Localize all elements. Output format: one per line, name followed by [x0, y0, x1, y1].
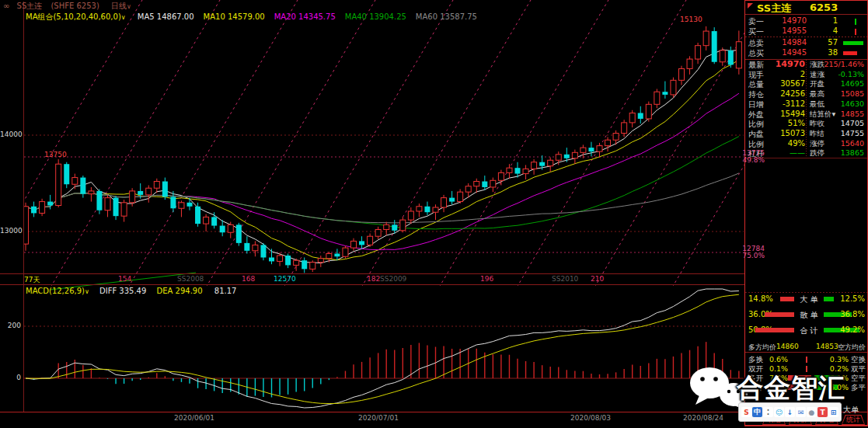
book-label: 卖一: [748, 16, 764, 27]
date-label: 2020/07/01: [358, 414, 399, 422]
tshirt-icon: T: [817, 407, 828, 417]
vol-left-bar: [780, 297, 794, 301]
macd-settings-dropdown[interactable]: MACD(12,26,9)∨: [26, 287, 92, 295]
avg-short-label: 空方均价: [838, 343, 866, 353]
chevron-down-icon: ∨: [121, 14, 126, 21]
big-order-label: 大单: [843, 405, 859, 416]
macd-diff: DIFF 335.49: [99, 287, 146, 295]
vol-right-pct: 12.5%: [838, 294, 865, 303]
share-toolbar: S中⁚☺↓✉●T⊞: [738, 402, 842, 422]
stat-left-value: -3112: [766, 99, 805, 108]
axis-tick-label: 200: [0, 322, 21, 329]
title-symbol: SS主连: [17, 2, 43, 10]
title-bar: ∞ SS主连 (SHFE 6253) 日线∨: [3, 1, 131, 12]
stat-left-value: 24256: [766, 89, 805, 98]
axis-tick-label: 0: [0, 374, 21, 381]
book-tick-icon: [855, 29, 856, 35]
trading-terminal: ∞ SS主连 (SHFE 6253) 日线∨ MA组合(5,10,20,40,6…: [0, 0, 868, 428]
divider-label: SS2008: [177, 275, 204, 283]
pos-right-value: 0.3%: [825, 355, 849, 364]
stat-right-value: 215/1.46%: [822, 60, 864, 68]
chart-canvas[interactable]: [0, 0, 868, 428]
price-mark: 15130: [680, 16, 702, 23]
total-qty: 38: [813, 48, 838, 57]
vol-left-bar: [755, 328, 794, 332]
divider-label: 12570: [274, 275, 296, 283]
book-label: 买一: [748, 26, 764, 37]
period-label: 日线: [111, 2, 127, 10]
stat-left-value: ——: [766, 148, 805, 157]
divider-label: SS2009: [380, 275, 406, 283]
fib-level-label: 1278475.0%: [726, 245, 765, 259]
stat-left-label: 比例: [748, 119, 764, 130]
divider-label: 182: [367, 275, 380, 283]
stat-left-value: 49%: [766, 139, 805, 148]
stat-right-value: 15085: [822, 89, 864, 98]
avg-long-label: 多方均价: [748, 343, 776, 353]
stat-left-label: 最新: [748, 60, 764, 71]
panel-marker-icon: [748, 3, 753, 9]
watermark-brand: 合金智汇: [737, 371, 845, 406]
avg-long-value: 14860: [776, 343, 799, 350]
stat-right-value: 14630: [822, 99, 864, 108]
ma-value-MA5: MA5 14867.00: [138, 12, 194, 21]
panel-symbol: SS主连: [757, 2, 791, 16]
period-dropdown[interactable]: 日线∨: [111, 2, 131, 10]
axis-tick-label: 13000: [0, 227, 21, 235]
download-icon: ↓: [785, 407, 795, 417]
date-label: 2020/08/24: [683, 414, 723, 422]
apps-icon: ⊞: [828, 407, 838, 417]
stat-left-label: 日增: [748, 99, 764, 110]
ma-settings-dropdown[interactable]: MA组合(5,10,20,40,60,0)∨: [26, 12, 128, 21]
stat-left-value: 15073: [766, 129, 805, 137]
qq-icon: ☺: [774, 407, 784, 417]
book-price: 14955: [769, 26, 807, 35]
chevron-down-icon: ∨: [127, 3, 131, 10]
fib-level-label: 1377549.8%: [726, 150, 765, 164]
total-bar: [843, 51, 857, 55]
stat-right-value: 14855: [822, 110, 864, 118]
vol-right-pct: 36.8%: [838, 310, 865, 318]
total-price: 14945: [769, 48, 807, 57]
vol-right-pct: 49.2%: [838, 325, 865, 334]
panel-code: 6253: [810, 2, 838, 13]
stat-right-value: -0.13%: [822, 70, 864, 78]
ma-value-MA60: MA60 13587.75: [416, 12, 477, 21]
total-qty: 57: [813, 38, 838, 47]
stat-left-value: 51%: [766, 119, 805, 127]
total-bar: [843, 41, 863, 45]
book-qty: 1: [813, 16, 838, 25]
date-label: 2020/08/03: [570, 414, 611, 422]
chevron-down-icon: ∨: [85, 288, 89, 295]
title-contract: (SHFE 6253): [51, 2, 99, 10]
book-tick-icon: [855, 19, 856, 25]
dots-icon: ⁚: [763, 407, 773, 417]
ma-value-MA20: MA20 14345.75: [274, 12, 336, 21]
vol-left-pct: 14.8%: [748, 294, 773, 303]
link-icon: ∞: [3, 2, 9, 10]
mail-icon: ✉: [796, 407, 806, 417]
total-label: 总卖: [748, 38, 764, 49]
macd-indicator-row: MACD(12,26,9)∨ DIFF 335.49 DEA 294.90 81…: [26, 287, 236, 295]
divider-label: 196: [480, 275, 493, 283]
divider-label: 77天: [24, 275, 40, 285]
vol-left-bar: [765, 312, 794, 317]
book-price: 14970: [769, 16, 807, 25]
total-price: 14984: [769, 38, 807, 47]
date-label: 2020/06/01: [174, 414, 214, 422]
ma-values: MA5 14867.00MA10 14579.00MA20 14345.75MA…: [128, 12, 477, 21]
pos-left-value: 0.6%: [769, 355, 788, 364]
pos-tick-icon: [806, 357, 807, 363]
price-mark: 13750: [44, 151, 67, 158]
quote-panel: SS主连 6253 卖一149701买一149554总卖1498457总买149…: [744, 0, 868, 428]
tab-统计[interactable]: 统计: [842, 415, 865, 425]
macd-settings-label: MACD(12,26,9): [26, 287, 85, 295]
weibo-icon: S: [741, 407, 751, 417]
vol-right-bar: [824, 297, 834, 301]
stat-left-label: 持仓: [748, 89, 764, 100]
vol-label: 散 单: [796, 310, 822, 321]
stat-left-label: 内盘: [748, 129, 764, 140]
stat-left-value: 15494: [766, 110, 805, 118]
vol-label: 大 单: [796, 294, 822, 305]
book-qty: 4: [813, 26, 838, 35]
